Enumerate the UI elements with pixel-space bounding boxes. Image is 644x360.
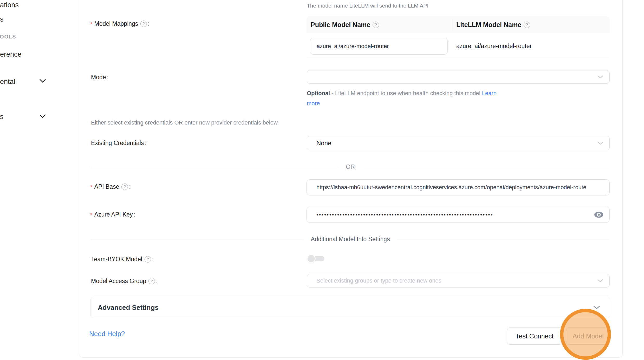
litellm-model-name-header: LiteLLM Model Name ? xyxy=(456,21,530,29)
chevron-down-icon xyxy=(40,79,46,83)
sidebar-item-1[interactable]: s xyxy=(0,15,4,23)
advanced-settings-panel[interactable]: Advanced Settings xyxy=(90,297,610,318)
help-circle-icon[interactable]: ? xyxy=(524,22,530,28)
sidebar-section-label: TOOLS xyxy=(0,34,16,40)
label-colon: : xyxy=(152,256,154,263)
help-circle-icon[interactable]: ? xyxy=(140,21,147,27)
sidebar-item-label: s xyxy=(0,15,4,23)
required-mark: * xyxy=(90,21,93,28)
divider-line xyxy=(91,239,303,239)
input-value: https://ishaa-mh6uutut-swedencentral.cog… xyxy=(316,184,586,191)
model-name-helper-text: The model name LiteLLM will send to the … xyxy=(307,3,428,9)
help-circle-icon[interactable]: ? xyxy=(121,184,128,190)
chevron-down-icon xyxy=(40,114,46,118)
api-base-label-row: * API Base ? : xyxy=(90,183,131,191)
azure-api-key-label-row: * Azure API Key : xyxy=(90,211,135,218)
credentials-note: Either select existing credentials OR en… xyxy=(91,119,278,126)
help-circle-icon[interactable]: ? xyxy=(148,278,155,284)
team-byok-label: Team-BYOK Model xyxy=(91,256,142,263)
existing-credentials-label: Existing Credentials xyxy=(91,140,144,147)
chevron-down-icon xyxy=(597,279,603,282)
api-base-label: API Base xyxy=(94,183,119,190)
divider-line xyxy=(362,167,610,167)
required-mark: * xyxy=(90,184,93,191)
or-divider: OR xyxy=(91,163,610,170)
label-colon: : xyxy=(107,74,109,81)
button-label: Test Connect xyxy=(516,332,554,340)
add-model-page: ations s TOOLS erence ental s The model … xyxy=(0,0,644,360)
label-colon: : xyxy=(156,278,158,285)
model-mappings-label-row: * Model Mappings ? : xyxy=(90,20,150,28)
input-value: azure_ai/azure-model-router xyxy=(317,43,389,50)
select-placeholder: Select existing groups or type to create… xyxy=(316,277,441,284)
sidebar-item-label: erence xyxy=(0,50,22,58)
help-circle-icon[interactable]: ? xyxy=(373,22,379,28)
model-access-group-select[interactable]: Select existing groups or type to create… xyxy=(307,274,610,287)
header-label: Public Model Name xyxy=(311,21,370,29)
optional-bold: Optional xyxy=(307,90,330,96)
divider-line xyxy=(91,167,339,167)
test-connect-button[interactable]: Test Connect xyxy=(507,328,562,345)
learn-more-link[interactable]: Learn xyxy=(482,90,497,96)
toggle-knob xyxy=(307,254,316,263)
sidebar-item-label: ental xyxy=(0,78,15,86)
mode-select[interactable] xyxy=(307,70,610,84)
sidebar-item-label: ations xyxy=(0,1,19,9)
required-mark: * xyxy=(90,212,93,218)
public-model-name-header: Public Model Name ? xyxy=(311,21,448,29)
sidebar-section-tools: TOOLS xyxy=(0,34,16,40)
chevron-down-icon xyxy=(597,142,603,145)
advanced-settings-label: Advanced Settings xyxy=(98,304,159,312)
model-access-group-label-row: Model Access Group ? : xyxy=(91,277,158,285)
table-column-divider xyxy=(453,19,453,31)
eye-icon[interactable] xyxy=(594,211,604,218)
additional-settings-divider: Additional Model Info Settings xyxy=(91,236,610,243)
mode-label: Mode xyxy=(91,74,106,81)
label-colon: : xyxy=(148,20,149,27)
azure-api-key-label: Azure API Key xyxy=(94,211,133,218)
sidebar-item-experimental[interactable]: ental xyxy=(0,78,15,86)
masked-password-value: ••••••••••••••••••••••••••••••••••••••••… xyxy=(316,212,493,218)
helper-text: - LiteLLM endpoint to use when health ch… xyxy=(330,90,482,96)
api-base-input[interactable]: https://ishaa-mh6uutut-swedencentral.cog… xyxy=(307,179,610,195)
table-bottom-border xyxy=(307,58,610,58)
label-colon: : xyxy=(129,183,131,190)
help-circle-icon[interactable]: ? xyxy=(145,256,151,263)
public-model-name-input[interactable]: azure_ai/azure-model-router xyxy=(310,38,448,55)
learn-more-link[interactable]: more xyxy=(307,100,320,107)
team-byok-label-row: Team-BYOK Model ? : xyxy=(91,255,154,263)
existing-credentials-select[interactable]: None xyxy=(307,136,610,150)
sidebar-item-reference[interactable]: erence xyxy=(0,50,22,58)
sidebar-item-organizations[interactable]: ations xyxy=(0,1,19,9)
label-colon: : xyxy=(145,140,146,147)
need-help-link[interactable]: Need Help? xyxy=(89,330,125,338)
additional-settings-divider-text: Additional Model Info Settings xyxy=(303,236,397,243)
label-colon: : xyxy=(134,211,135,218)
select-value: None xyxy=(316,140,331,147)
mode-label-row: Mode : xyxy=(91,73,109,81)
model-mappings-label: Model Mappings xyxy=(94,20,138,27)
mode-helper-line2: more xyxy=(307,100,320,107)
chevron-down-icon xyxy=(597,75,603,78)
sidebar-item-settings[interactable]: s xyxy=(0,113,4,121)
azure-api-key-input[interactable]: ••••••••••••••••••••••••••••••••••••••••… xyxy=(307,207,610,223)
team-byok-toggle[interactable] xyxy=(307,254,325,263)
model-mappings-table-header: Public Model Name ? LiteLLM Model Name ? xyxy=(307,16,610,33)
model-access-group-label: Model Access Group xyxy=(91,278,146,285)
mode-helper-line1: Optional - LiteLLM endpoint to use when … xyxy=(307,90,497,97)
or-divider-text: OR xyxy=(339,163,362,171)
click-highlight-circle xyxy=(560,309,611,360)
header-label: LiteLLM Model Name xyxy=(456,21,521,29)
chevron-down-icon xyxy=(593,306,600,309)
divider-line xyxy=(397,239,610,239)
litellm-model-name-value: azure_ai/azure-model-router xyxy=(456,43,532,50)
existing-credentials-label-row: Existing Credentials : xyxy=(91,139,147,147)
sidebar-item-label: s xyxy=(0,113,4,121)
